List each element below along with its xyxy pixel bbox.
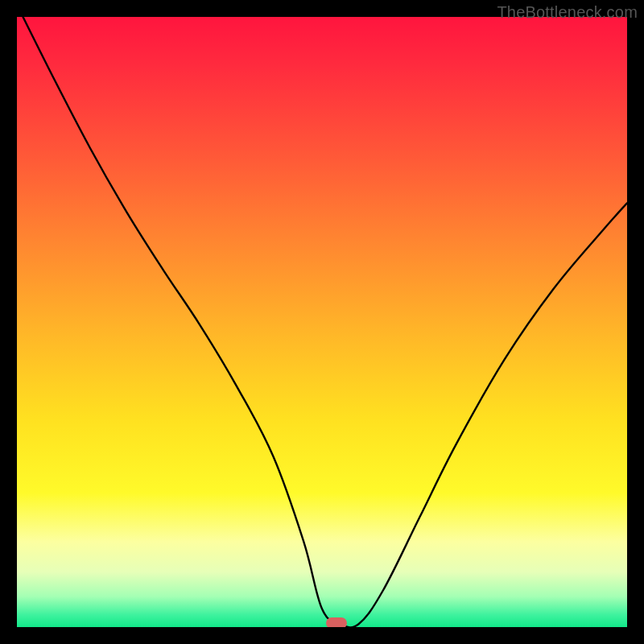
curve-svg [17, 17, 627, 627]
optimum-marker [326, 617, 347, 627]
watermark-text: TheBottleneck.com [497, 3, 638, 22]
chart-frame: TheBottleneck.com [0, 0, 644, 644]
plot-area [17, 17, 627, 627]
bottleneck-curve [17, 17, 627, 627]
